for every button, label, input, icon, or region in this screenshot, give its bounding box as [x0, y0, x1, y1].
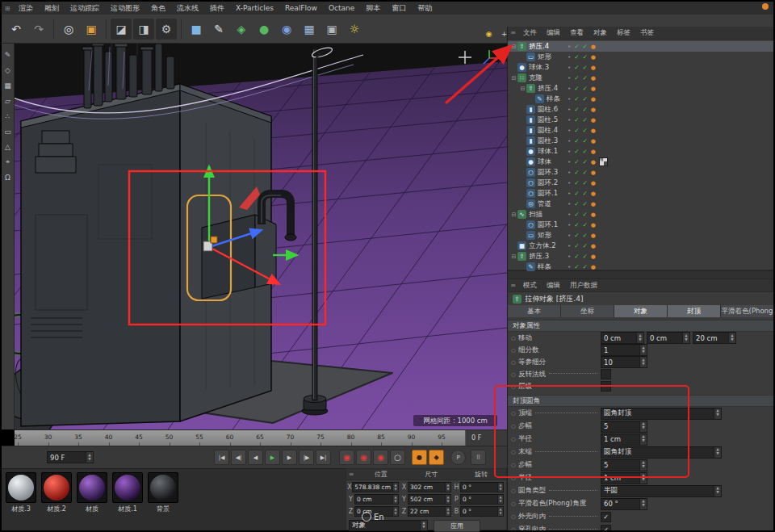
frame-selection-icon[interactable]: ▣: [81, 19, 102, 40]
render-visibility-toggle[interactable]: ✓: [582, 43, 587, 50]
animation-dot-icon[interactable]: ○: [511, 449, 518, 455]
editor-visibility-toggle[interactable]: ✓: [574, 179, 579, 186]
material-tag-icon[interactable]: ●: [591, 128, 596, 134]
material-tag-icon[interactable]: ●: [591, 253, 596, 260]
menu-item-运动跟踪[interactable]: 运动跟踪: [65, 2, 105, 15]
render-visibility-toggle[interactable]: ✓: [582, 74, 587, 82]
spinner-icon[interactable]: ▲▼: [639, 345, 647, 355]
render-visibility-toggle[interactable]: ✓: [582, 211, 587, 218]
goto-end-button[interactable]: ▶|: [316, 450, 331, 465]
material-tag-icon[interactable]: ●: [591, 159, 596, 165]
primitive-cube-icon[interactable]: ■: [186, 19, 207, 40]
editor-visibility-toggle[interactable]: ✓: [574, 221, 579, 228]
am-menu-用户数据[interactable]: 用户数据: [565, 281, 602, 291]
editor-visibility-toggle[interactable]: ✓: [574, 242, 579, 249]
coord-field[interactable]: 0 °▲▼: [460, 494, 504, 505]
animation-dot-icon[interactable]: ○: [511, 488, 518, 494]
snap-icon[interactable]: ◉: [484, 29, 494, 40]
animation-dot-icon[interactable]: ○: [511, 423, 518, 429]
tree-item-矩形[interactable]: ▭矩形•✓✓●: [508, 230, 773, 241]
spinner-icon[interactable]: ▲▼: [636, 333, 643, 343]
spinner-icon[interactable]: ▲▼: [728, 333, 735, 343]
menu-item-窗口[interactable]: 窗口: [386, 2, 412, 15]
animation-dot-icon[interactable]: ○: [511, 513, 518, 520]
menu-item-脚本[interactable]: 脚本: [360, 2, 386, 15]
material-tag-icon[interactable]: ●: [591, 96, 596, 103]
material-tag-icon[interactable]: ●: [591, 180, 596, 186]
tab-对象[interactable]: 对象: [614, 305, 667, 317]
animation-dot-icon[interactable]: ○: [511, 347, 518, 354]
animation-dot-icon[interactable]: ○: [511, 335, 518, 341]
workplane-icon[interactable]: ▱: [2, 95, 13, 106]
layer-dot-icon[interactable]: •: [568, 75, 571, 82]
points-mode-icon[interactable]: ∴: [2, 111, 13, 121]
editor-visibility-toggle[interactable]: ✓: [574, 95, 579, 103]
layer-dot-icon[interactable]: •: [568, 264, 571, 270]
editor-visibility-toggle[interactable]: ✓: [574, 127, 579, 134]
om-menu-查看[interactable]: 查看: [565, 28, 589, 38]
tree-item-管道[interactable]: ◎管道•✓✓●: [508, 199, 773, 209]
spinner-icon[interactable]: ▲▼: [445, 495, 450, 504]
mograph-icon[interactable]: ◈: [231, 19, 252, 40]
editor-visibility-toggle[interactable]: ✓: [574, 232, 579, 239]
editor-visibility-toggle[interactable]: ✓: [574, 169, 579, 176]
apply-button[interactable]: 应用: [434, 520, 480, 532]
menu-item-RealFlow[interactable]: RealFlow: [279, 2, 323, 15]
render-visibility-toggle[interactable]: ✓: [582, 263, 587, 270]
editor-visibility-toggle[interactable]: ✓: [574, 158, 579, 165]
material-preview[interactable]: [6, 472, 36, 503]
spinner-icon[interactable]: ▲▼: [445, 507, 450, 516]
tree-item-圆环.1[interactable]: ○圆环.1•✓✓●: [508, 188, 773, 199]
next-frame-button[interactable]: ▶: [282, 450, 297, 465]
render-visibility-toggle[interactable]: ✓: [582, 106, 587, 113]
tree-item-扫描[interactable]: ⊟∿扫描•✓✓●: [508, 209, 773, 220]
editor-visibility-toggle[interactable]: ✓: [574, 263, 579, 270]
material-tag-icon[interactable]: ●: [591, 75, 596, 82]
material-preview[interactable]: [77, 472, 107, 503]
editor-visibility-toggle[interactable]: ✓: [574, 116, 579, 124]
checkbox[interactable]: [601, 369, 611, 379]
tree-item-圆柱.5[interactable]: ▮圆柱.5•✓✓●: [508, 115, 773, 125]
numeric-field[interactable]: 5▲▼: [601, 459, 647, 471]
expander-icon[interactable]: ⊟: [519, 86, 526, 92]
render-visibility-toggle[interactable]: ✓: [582, 253, 587, 260]
animation-dot-icon[interactable]: ○: [511, 526, 518, 530]
record-parameter-button[interactable]: ○: [390, 450, 405, 465]
tree-item-圆柱.6[interactable]: ▮圆柱.6•✓✓●: [508, 104, 773, 115]
render-settings-icon[interactable]: ⚙: [156, 19, 177, 40]
menu-item-流水线[interactable]: 流水线: [171, 2, 204, 15]
layer-dot-icon[interactable]: •: [568, 96, 571, 103]
layer-dot-icon[interactable]: •: [568, 253, 571, 260]
render-visibility-toggle[interactable]: ✓: [582, 158, 587, 165]
expander-icon[interactable]: ⊟: [510, 253, 517, 260]
layer-dot-icon[interactable]: •: [568, 107, 571, 113]
current-frame-field[interactable]: 90 F ▲▼: [47, 451, 94, 463]
layer-dot-icon[interactable]: •: [568, 117, 571, 124]
undo-icon[interactable]: ↶: [6, 19, 27, 40]
am-menu-模式[interactable]: 模式: [518, 281, 542, 291]
material-tag-icon[interactable]: ●: [591, 86, 596, 92]
model-mode-icon[interactable]: ◇: [2, 65, 13, 75]
editor-visibility-toggle[interactable]: ✓: [574, 253, 579, 260]
material-tag-icon[interactable]: ●: [591, 212, 596, 218]
p-button[interactable]: P: [450, 450, 466, 465]
tree-item-样条[interactable]: ✎样条•✓✓●: [508, 262, 773, 272]
render-visibility-toggle[interactable]: ✓: [582, 169, 587, 176]
prev-frame-button[interactable]: ◀: [248, 450, 263, 465]
spinner-icon[interactable]: ▲▼: [392, 507, 398, 516]
spinner-icon[interactable]: ▲▼: [639, 357, 647, 367]
render-visibility-toggle[interactable]: ✓: [582, 53, 587, 61]
layer-dot-icon[interactable]: •: [568, 128, 571, 134]
layer-dot-icon[interactable]: •: [568, 191, 571, 197]
keyframe-selection-button[interactable]: ◆: [429, 450, 444, 465]
layer-dot-icon[interactable]: •: [568, 44, 571, 50]
om-menu-标签[interactable]: 标签: [612, 28, 635, 38]
editor-visibility-toggle[interactable]: ✓: [574, 106, 579, 113]
am-menu-编辑[interactable]: 编辑: [542, 281, 565, 291]
dropdown[interactable]: 圆角封顶▲▼: [601, 408, 722, 420]
menu-item-Octane[interactable]: Octane: [323, 2, 360, 15]
editor-visibility-toggle[interactable]: ✓: [574, 148, 579, 155]
render-visibility-toggle[interactable]: ✓: [582, 64, 587, 71]
spinner-icon[interactable]: ▲▼: [392, 483, 398, 492]
play-button[interactable]: ▶: [265, 450, 280, 465]
